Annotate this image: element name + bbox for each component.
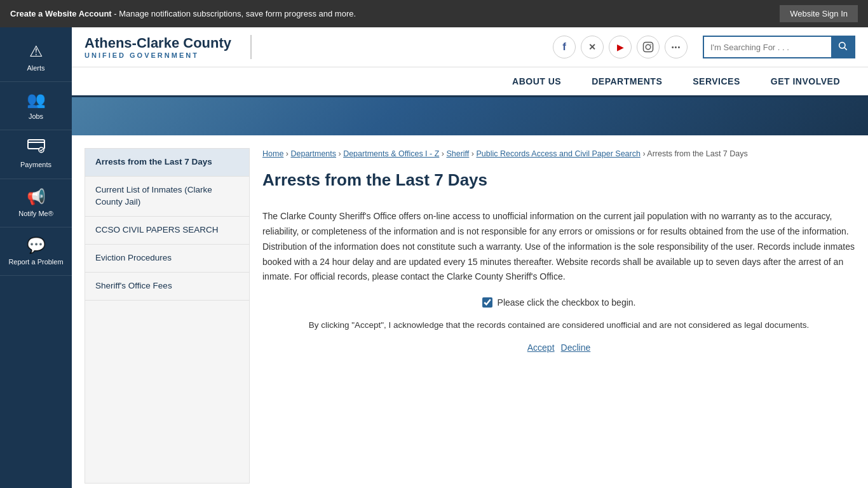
twitter-x-icon[interactable]: ✕ [581, 36, 604, 58]
breadcrumb: Home › Departments › Departments & Offic… [262, 148, 855, 160]
sidebar-label-alerts: Alerts [27, 64, 44, 72]
side-nav-eviction[interactable]: Eviction Procedures [85, 245, 249, 273]
nav-bar: ABOUT US DEPARTMENTS SERVICES GET INVOLV… [72, 67, 868, 97]
breadcrumb-current: Arrests from the Last 7 Days [647, 149, 747, 158]
side-nav: Arrests from the Last 7 Days Current Lis… [85, 148, 250, 484]
sidebar-item-jobs[interactable]: 👥 Jobs [0, 82, 72, 130]
youtube-icon[interactable]: ▶ [609, 36, 632, 58]
banner-cta: Create a Website Account [10, 9, 112, 18]
decline-link[interactable]: Decline [561, 342, 591, 353]
payments-icon [27, 139, 45, 157]
notify-icon: 📢 [27, 188, 46, 206]
search-button[interactable] [831, 37, 854, 57]
svg-point-6 [839, 43, 845, 48]
svg-point-4 [646, 44, 651, 50]
instagram-icon[interactable] [637, 36, 660, 58]
page-wrapper: ⚠ Alerts 👥 Jobs Payments 📢 Notify Me® 💬 [0, 27, 868, 488]
sidebar-item-report[interactable]: 💬 Report a Problem [0, 227, 72, 276]
sidebar-label-payments: Payments [20, 161, 51, 169]
more-icon[interactable]: ••• [665, 36, 688, 58]
breadcrumb-home[interactable]: Home [262, 149, 283, 158]
breadcrumb-offices[interactable]: Departments & Offices I - Z [343, 149, 439, 158]
sidebar-label-jobs: Jobs [29, 112, 43, 121]
checkbox-label: Please click the checkbox to begin. [498, 297, 636, 308]
nav-about-us[interactable]: ABOUT US [497, 67, 576, 95]
search-input[interactable] [704, 39, 831, 56]
header: Athens-Clarke County UNIFIED GOVERNMENT … [72, 27, 868, 67]
sidebar-item-notify[interactable]: 📢 Notify Me® [0, 179, 72, 227]
svg-rect-3 [644, 43, 653, 52]
page-title: Arrests from the Last 7 Days [262, 170, 855, 196]
top-banner: Create a Website Account - Manage notifi… [0, 0, 868, 27]
sidebar-label-notify: Notify Me® [18, 210, 53, 218]
svg-line-7 [844, 48, 847, 50]
sidebar-item-payments[interactable]: Payments [0, 130, 72, 179]
logo-sub: UNIFIED GOVERNMENT [85, 51, 231, 59]
page-body: The Clarke County Sheriff's Office offer… [262, 209, 855, 285]
banner-desc: - Manage notification subscriptions, sav… [112, 9, 356, 18]
jobs-icon: 👥 [27, 91, 46, 109]
sign-in-button[interactable]: Website Sign In [780, 5, 858, 22]
sidebar-label-report: Report a Problem [8, 258, 63, 266]
nav-departments[interactable]: DEPARTMENTS [576, 67, 677, 95]
page-content: Home › Departments › Departments & Offic… [262, 148, 855, 484]
breadcrumb-departments[interactable]: Departments [290, 149, 336, 158]
action-links: Accept Decline [262, 342, 855, 353]
side-nav-arrests[interactable]: Arrests from the Last 7 Days [85, 149, 249, 177]
sidebar-item-alerts[interactable]: ⚠ Alerts [0, 34, 72, 82]
alert-icon: ⚠ [29, 43, 43, 60]
side-nav-fees[interactable]: Sheriff's Office Fees [85, 273, 249, 301]
search-box [703, 36, 855, 58]
logo-area: Athens-Clarke County UNIFIED GOVERNMENT [85, 35, 252, 59]
social-icons: f ✕ ▶ ••• [553, 36, 855, 58]
checkbox-row: Please click the checkbox to begin. [262, 297, 855, 308]
side-nav-civil-papers[interactable]: CCSO CIVIL PAPERS SEARCH [85, 217, 249, 245]
report-icon: 💬 [27, 236, 46, 254]
acknowledge-text: By clicking "Accept", I acknowledge that… [262, 320, 855, 330]
begin-checkbox[interactable] [482, 297, 492, 308]
svg-point-5 [650, 44, 651, 45]
breadcrumb-sheriff[interactable]: Sheriff [446, 149, 469, 158]
facebook-icon[interactable]: f [553, 36, 576, 58]
content-wrapper: Arrests from the Last 7 Days Current Lis… [72, 135, 868, 488]
accept-link[interactable]: Accept [527, 342, 555, 353]
nav-get-involved[interactable]: GET INVOLVED [756, 67, 855, 95]
left-sidebar: ⚠ Alerts 👥 Jobs Payments 📢 Notify Me® 💬 [0, 27, 72, 488]
banner-text: Create a Website Account - Manage notifi… [10, 9, 780, 18]
logo-name: Athens-Clarke County [85, 35, 231, 51]
main-content-area: Athens-Clarke County UNIFIED GOVERNMENT … [72, 27, 868, 488]
hero-banner [72, 97, 868, 135]
breadcrumb-public-records[interactable]: Public Records Access and Civil Paper Se… [476, 149, 640, 158]
nav-services[interactable]: SERVICES [677, 67, 756, 95]
side-nav-inmates[interactable]: Current List of Inmates (Clarke County J… [85, 177, 249, 217]
